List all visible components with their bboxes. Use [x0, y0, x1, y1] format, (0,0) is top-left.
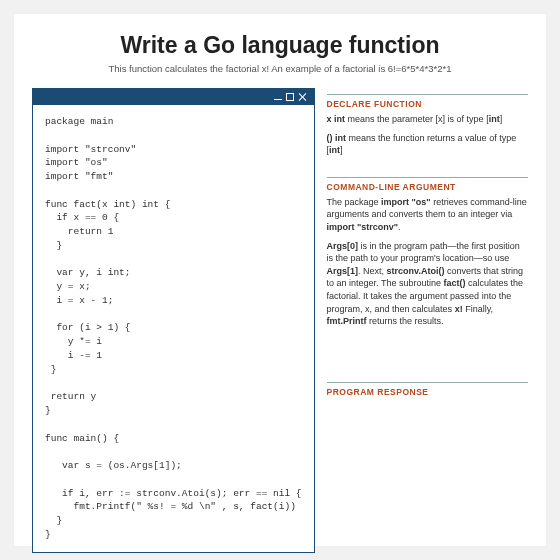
cli-p1: The package import "os" retrieves comman…: [327, 196, 528, 234]
page-title: Write a Go language function: [32, 32, 528, 59]
heading-cli: COMMAND-LINE ARGUMENT: [327, 182, 528, 192]
page-subtitle: This function calculates the factorial x…: [32, 63, 528, 74]
annotation-column: DECLARE FUNCTION x int means the paramet…: [327, 88, 528, 413]
section-cli: COMMAND-LINE ARGUMENT The package import…: [327, 177, 528, 328]
term: strconv.Atoi(): [387, 266, 445, 276]
close-icon: [298, 92, 308, 102]
code-window-main: package main import "strconv" import "os…: [32, 88, 315, 553]
code-column: package main import "strconv" import "os…: [32, 88, 315, 560]
heading-response: PROGRAM RESPONSE: [327, 387, 528, 397]
body-declare: x int means the parameter [x] is of type…: [327, 113, 528, 157]
text: ]: [500, 114, 503, 124]
term: () int: [327, 133, 347, 143]
term: fact(): [443, 278, 465, 288]
term: int: [329, 145, 340, 155]
term: Args[0]: [327, 241, 359, 251]
text: returns the results.: [367, 316, 444, 326]
heading-declare: DECLARE FUNCTION: [327, 99, 528, 109]
code-body-main: package main import "strconv" import "os…: [33, 105, 314, 552]
section-declare: DECLARE FUNCTION x int means the paramet…: [327, 94, 528, 157]
term: import "os": [381, 197, 431, 207]
text: . Next,: [358, 266, 387, 276]
divider: [327, 382, 528, 383]
text: means the function returns a value of ty…: [327, 133, 517, 156]
term: Args[1]: [327, 266, 359, 276]
term: fmt.Printf: [327, 316, 367, 326]
page-canvas: Write a Go language function This functi…: [14, 14, 546, 546]
section-response: PROGRAM RESPONSE: [327, 382, 528, 397]
term: x!: [455, 304, 463, 314]
declare-p2: () int means the function returns a valu…: [327, 132, 528, 157]
declare-p1: x int means the parameter [x] is of type…: [327, 113, 528, 126]
text: means the parameter [x] is of type [: [345, 114, 489, 124]
text: ]: [340, 145, 343, 155]
window-titlebar: [33, 89, 314, 105]
body-cli: The package import "os" retrieves comman…: [327, 196, 528, 328]
text: Finally,: [463, 304, 493, 314]
divider: [327, 177, 528, 178]
term: int: [489, 114, 500, 124]
term: x int: [327, 114, 346, 124]
minimize-icon: [274, 99, 282, 100]
cli-p2: Args[0] is in the program path—the first…: [327, 240, 528, 328]
maximize-icon: [286, 93, 294, 101]
text: .: [398, 222, 401, 232]
content-row: package main import "strconv" import "os…: [32, 88, 528, 560]
text: The package: [327, 197, 382, 207]
term: import "strconv": [327, 222, 399, 232]
divider: [327, 94, 528, 95]
